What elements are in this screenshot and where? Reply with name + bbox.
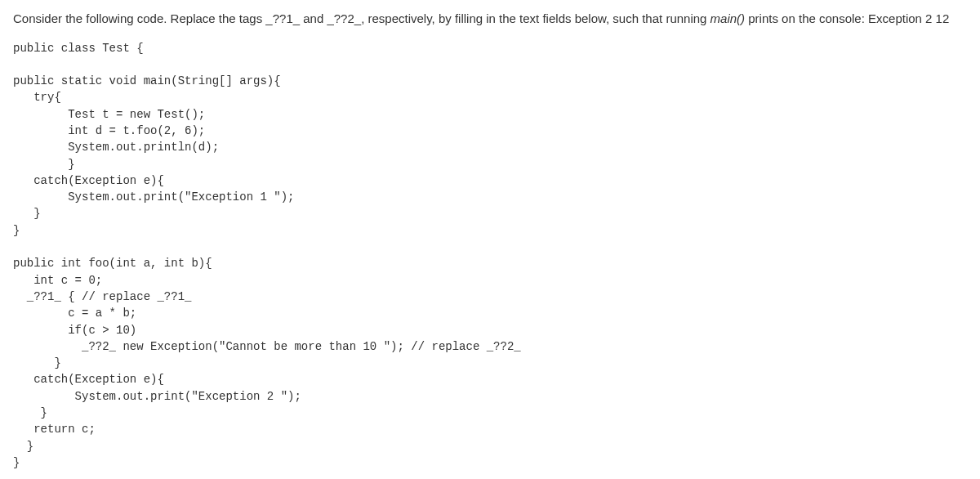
instruction-text: Consider the following code. Replace the… xyxy=(13,10,967,29)
code-block: public class Test { public static void m… xyxy=(13,40,967,472)
instruction-italic: main() xyxy=(710,11,746,25)
instruction-prefix: Consider the following code. Replace the… xyxy=(13,11,710,25)
instruction-suffix: prints on the console: Exception 2 12 xyxy=(745,11,949,25)
